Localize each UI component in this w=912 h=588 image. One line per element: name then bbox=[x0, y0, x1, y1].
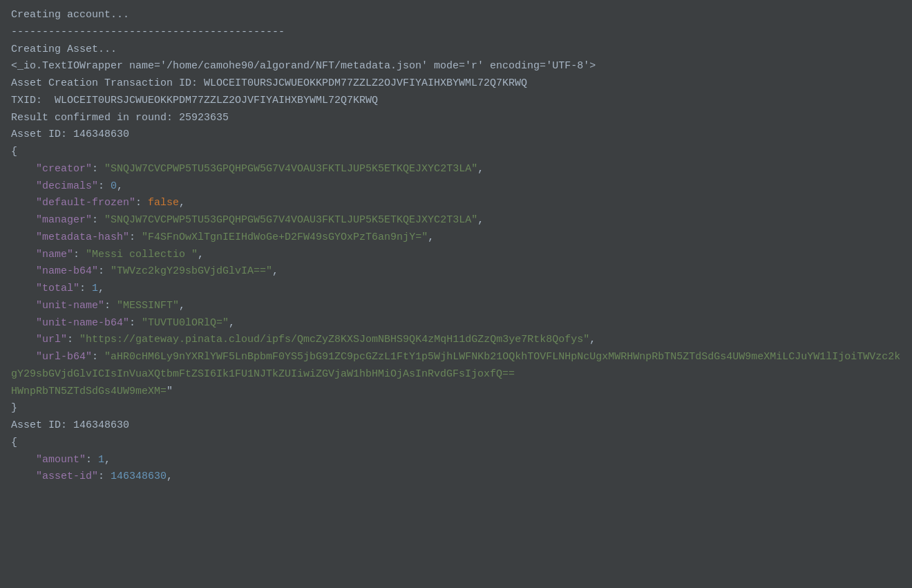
line-json-open-2: { bbox=[11, 435, 901, 452]
line-creating-asset: Creating Asset... bbox=[11, 41, 901, 59]
line-decimals: "decimals": 0, bbox=[11, 178, 901, 196]
line-creator: "creator": "SNQJW7CVCPWP5TU53GPQHPGW5G7V… bbox=[11, 161, 901, 178]
line-unit-name: "unit-name": "MESSINFT", bbox=[11, 298, 901, 315]
line-name-b64: "name-b64": "TWVzc2kgY29sbGVjdGlvIA==", bbox=[11, 263, 901, 281]
line-io-wrapper: <_io.TextIOWrapper name='/home/camohe90/… bbox=[11, 58, 901, 75]
line-url: "url": "https://gateway.pinata.cloud/ipf… bbox=[11, 332, 901, 349]
line-txid: TXID: WLOCEIT0URSJCWUEOKKPDM77ZZLZ2OJVFI… bbox=[11, 93, 901, 110]
line-url-b64-wrap: HWnpRbTN5ZTdSdGs4UW9meXM=" bbox=[11, 383, 901, 401]
line-creating-account: Creating account... bbox=[11, 7, 901, 24]
line-amount: "amount": 1, bbox=[11, 452, 901, 469]
line-url-b64: "url-b64": "aHR0cHM6Ly9nYXRlYWF5LnBpbmF0… bbox=[11, 349, 901, 383]
line-json-open-1: { bbox=[11, 144, 901, 161]
line-result-confirmed: Result confirmed in round: 25923635 bbox=[11, 110, 901, 127]
line-asset-creation-txid: Asset Creation Transaction ID: WLOCEIT0U… bbox=[11, 75, 901, 93]
line-default-frozen: "default-frozen": false, bbox=[11, 195, 901, 212]
line-unit-name-b64: "unit-name-b64": "TUVTU0lORlQ=", bbox=[11, 315, 901, 332]
line-name: "name": "Messi collectio ", bbox=[11, 247, 901, 264]
line-asset-id-2: Asset ID: 146348630 bbox=[11, 417, 901, 435]
line-separator: ----------------------------------------… bbox=[11, 24, 901, 41]
line-metadata-hash: "metadata-hash": "F4SFnOwXlTgnIEIHdWoGe+… bbox=[11, 229, 901, 247]
line-json-close-1: } bbox=[11, 400, 901, 417]
line-total: "total": 1, bbox=[11, 281, 901, 298]
terminal-output: Creating account... --------------------… bbox=[0, 0, 912, 588]
line-asset-id-1: Asset ID: 146348630 bbox=[11, 126, 901, 144]
line-manager: "manager": "SNQJW7CVCPWP5TU53GPQHPGW5G7V… bbox=[11, 212, 901, 229]
line-asset-id-field: "asset-id": 146348630, bbox=[11, 468, 901, 486]
